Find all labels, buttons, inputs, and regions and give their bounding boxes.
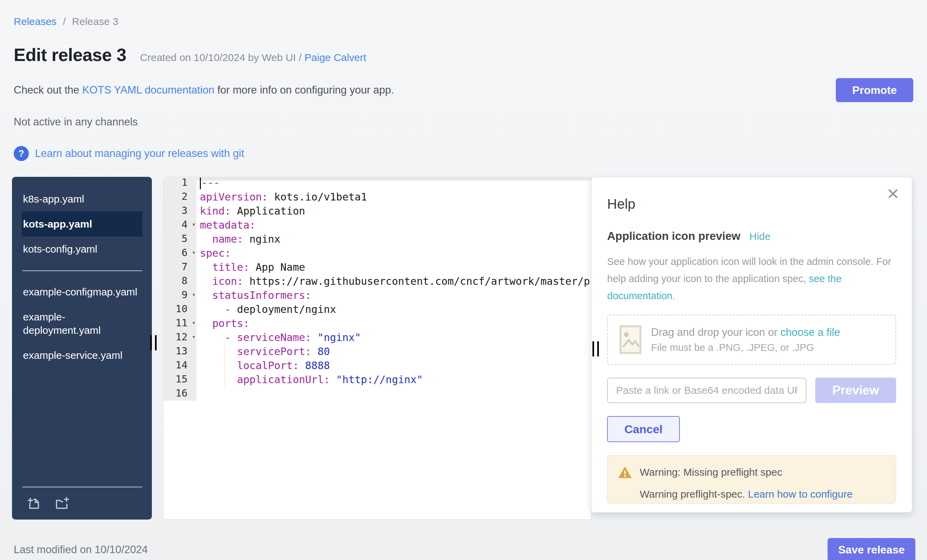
kots-doc-sentence: Check out the KOTS YAML documentation fo… — [14, 84, 394, 96]
configure-preflight-link[interactable]: Learn how to configure — [748, 489, 853, 500]
code-content[interactable]: localPort: 8888 — [196, 360, 330, 372]
fold-arrow-icon[interactable]: ▾ — [192, 291, 196, 298]
file-type-hint: File must be a .PNG, .JPEG, or .JPG — [651, 342, 840, 354]
code-content[interactable]: servicePort: 80 — [196, 346, 330, 357]
line-number: 13 — [164, 344, 196, 358]
code-line-15[interactable]: 15 applicationUrl: "http://nginx" — [164, 373, 591, 387]
code-content[interactable]: --- — [196, 177, 220, 189]
code-line-1[interactable]: 1--- — [164, 177, 591, 190]
title-row: Edit release 3 Created on 10/10/2024 by … — [14, 44, 927, 65]
code-line-2[interactable]: 2apiVersion: kots.io/v1beta1 — [164, 190, 591, 204]
icon-url-row: Preview — [607, 378, 896, 403]
new-folder-icon[interactable] — [54, 495, 70, 511]
channel-status-text: Not active in any channels — [14, 116, 927, 128]
breadcrumb-separator: / — [63, 16, 65, 27]
yaml-editor[interactable]: 1---2apiVersion: kots.io/v1beta13kind: A… — [163, 177, 591, 519]
file-sidebar: k8s-app.yamlkots-app.yamlkots-config.yam… — [12, 177, 152, 519]
preflight-warning: Warning: Missing preflight spec Warning … — [607, 455, 896, 504]
file-item-kots-config.yaml[interactable]: kots-config.yaml — [21, 237, 142, 261]
file-item-example-deployment.yaml[interactable]: example-deployment.yaml — [21, 304, 142, 343]
kots-yaml-doc-link[interactable]: KOTS YAML documentation — [82, 84, 214, 96]
icon-url-input[interactable] — [607, 378, 806, 403]
file-list-top: k8s-app.yamlkots-app.yamlkots-config.yam… — [12, 177, 152, 261]
code-line-9[interactable]: 9▾ statusInformers: — [164, 288, 591, 302]
code-line-16[interactable]: 16 — [164, 387, 591, 401]
fold-arrow-icon[interactable]: ▾ — [192, 319, 196, 326]
code-content[interactable]: apiVersion: kots.io/v1beta1 — [196, 191, 367, 203]
code-content[interactable]: title: App Name — [196, 261, 305, 273]
last-modified-text: Last modified on 10/10/2024 — [14, 543, 148, 556]
kots-doc-suffix: for more info on configuring your app. — [214, 84, 394, 96]
warning-title: Warning: Missing preflight spec — [640, 466, 782, 478]
subtitle-row: Check out the KOTS YAML documentation fo… — [14, 78, 913, 102]
code-line-5[interactable]: 5 name: nginx — [164, 232, 591, 246]
line-number: 7 — [164, 260, 196, 274]
fold-arrow-icon[interactable]: ▾ — [192, 220, 196, 228]
file-item-example-service.yaml[interactable]: example-service.yaml — [21, 343, 142, 368]
breadcrumb-releases-link[interactable]: Releases — [14, 16, 56, 27]
code-content[interactable]: metadata: — [196, 219, 256, 231]
code-line-8[interactable]: 8 icon: https://raw.githubusercontent.co… — [164, 274, 591, 288]
hide-link[interactable]: Hide — [749, 231, 770, 242]
kots-doc-prefix: Check out the — [14, 84, 82, 96]
choose-file-link[interactable]: choose a file — [780, 326, 840, 338]
code-content[interactable]: name: nginx — [196, 233, 280, 245]
code-content[interactable]: - deployment/nginx — [196, 303, 336, 315]
code-line-12[interactable]: 12▾ - serviceName: "nginx" — [164, 330, 591, 344]
warning-icon — [618, 465, 632, 480]
created-text: Created on 10/10/2024 by Web UI / — [140, 52, 304, 63]
resize-handle[interactable] — [593, 341, 599, 357]
code-content[interactable]: spec: — [196, 247, 231, 259]
preview-button[interactable]: Preview — [815, 378, 896, 403]
code-content[interactable]: applicationUrl: "http://nginx" — [196, 373, 423, 385]
indent-guide — [224, 344, 225, 387]
code-content[interactable]: icon: https://raw.githubusercontent.com/… — [196, 275, 591, 287]
code-line-14[interactable]: 14 localPort: 8888 — [164, 358, 591, 373]
page-title: Edit release 3 — [14, 44, 126, 65]
code-line-7[interactable]: 7 title: App Name — [164, 260, 591, 274]
code-content[interactable]: ports: — [196, 317, 249, 329]
line-number: 1 — [164, 177, 196, 190]
code-line-13[interactable]: 13 servicePort: 80 — [164, 344, 591, 358]
dropzone-text: Drag and drop your icon or choose a file… — [651, 326, 840, 354]
fold-arrow-icon[interactable]: ▾ — [192, 249, 196, 256]
code-line-4[interactable]: 4▾metadata: — [164, 218, 591, 232]
save-release-button[interactable]: Save release — [828, 538, 915, 560]
breadcrumb-current: Release 3 — [72, 16, 118, 27]
image-placeholder-icon — [620, 325, 641, 354]
git-releases-link[interactable]: Learn about managing your releases with … — [35, 147, 244, 160]
git-help-row: ? Learn about managing your releases wit… — [14, 146, 927, 161]
code-content[interactable]: - serviceName: "nginx" — [196, 331, 361, 343]
line-number: 5 — [164, 232, 196, 246]
new-file-icon[interactable] — [25, 495, 41, 511]
icon-dropzone[interactable]: Drag and drop your icon or choose a file… — [607, 315, 896, 365]
line-number: 3 — [164, 204, 196, 218]
code-content[interactable]: statusInformers: — [196, 289, 311, 301]
cancel-button[interactable]: Cancel — [607, 416, 680, 442]
code-line-10[interactable]: 10 - deployment/nginx — [164, 302, 591, 316]
promote-button[interactable]: Promote — [836, 78, 913, 102]
file-item-kots-app.yaml[interactable]: kots-app.yaml — [21, 211, 142, 237]
file-item-k8s-app.yaml[interactable]: k8s-app.yaml — [21, 187, 142, 211]
breadcrumb: Releases / Release 3 — [0, 0, 927, 27]
fold-arrow-icon[interactable]: ▾ — [192, 333, 196, 340]
file-group-divider — [22, 270, 142, 271]
file-item-example-configmap.yaml[interactable]: example-configmap.yaml — [21, 279, 142, 304]
created-info: Created on 10/10/2024 by Web UI / Paige … — [140, 52, 366, 64]
close-icon[interactable]: ✕ — [886, 186, 900, 202]
code-line-3[interactable]: 3kind: Application — [164, 204, 591, 218]
icon-preview-title: Application icon preview — [607, 230, 740, 243]
file-list-bottom: example-configmap.yamlexample-deployment… — [12, 279, 152, 368]
line-number: 2 — [164, 190, 196, 204]
line-number: 12▾ — [164, 330, 196, 344]
code-line-11[interactable]: 11▾ ports: — [164, 316, 591, 330]
code-content[interactable]: kind: Application — [196, 205, 305, 217]
resize-handle[interactable] — [150, 335, 157, 350]
drop-instruction: Drag and drop your icon or — [651, 326, 780, 338]
sidebar-actions — [12, 487, 152, 519]
line-number: 9▾ — [164, 288, 196, 302]
line-number: 11▾ — [164, 316, 196, 330]
created-author-link[interactable]: Paige Calvert — [304, 52, 366, 63]
release-editor-content: k8s-app.yamlkots-app.yamlkots-config.yam… — [0, 177, 927, 519]
code-line-6[interactable]: 6▾spec: — [164, 246, 591, 260]
